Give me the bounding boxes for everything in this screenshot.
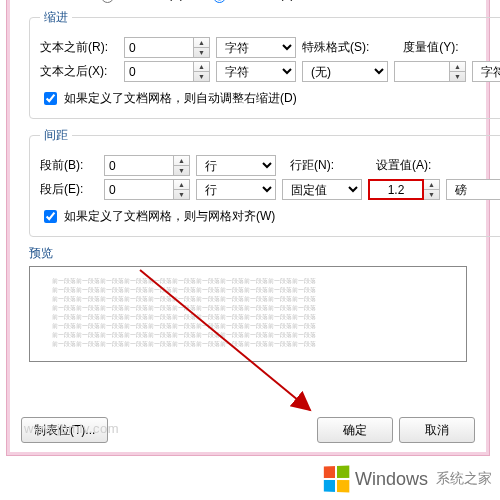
spinner-buttons[interactable]: ▲▼ [174,155,190,176]
indent-after-unit[interactable]: 字符 [216,61,296,82]
preview-line: 前一段落前一段落前一段落前一段落前一段落前一段落前一段落前一段落前一段落前一段落… [52,295,444,304]
spacing-after-input[interactable] [104,179,174,200]
preview-line: 前一段落前一段落前一段落前一段落前一段落前一段落前一段落前一段落前一段落前一段落… [52,322,444,331]
preview-line: 前一段落前一段落前一段落前一段落前一段落前一段落前一段落前一段落前一段落前一段落… [52,286,444,295]
preview-legend: 预览 [29,245,467,262]
direction-ltr-label: 从左向右(L) [232,0,295,3]
indent-legend: 缩进 [40,9,72,26]
preview-line: 前一段落前一段落前一段落前一段落前一段落前一段落前一段落前一段落前一段落前一段落… [52,340,444,349]
lineheight-label: 行距(N): [290,157,334,174]
measure-label: 度量值(Y): [403,39,458,56]
direction-ltr-option[interactable]: 从左向右(L) [208,0,295,3]
direction-rtl-label: 从右向左(F) [120,0,183,3]
indent-after-row: 文本之后(X): ▲▼ 字符 (无) ▲▼ 字符 [40,61,500,82]
radio-ltr[interactable] [213,0,226,3]
indent-before-input[interactable] [124,37,194,58]
special-format-select[interactable]: (无) [302,61,388,82]
spinner-buttons[interactable]: ▲▼ [194,37,210,58]
indent-before-label: 文本之前(R): [40,39,118,56]
direction-label: 方向: [29,0,56,3]
auto-indent-checkbox[interactable] [44,92,57,105]
indent-group: 缩进 文本之前(R): ▲▼ 字符 特殊格式(S): 度量值(Y): 文本之后(… [29,9,500,119]
spinner-buttons[interactable]: ▲▼ [194,61,210,82]
direction-row: 方向: 从右向左(F) 从左向右(L) [29,0,467,3]
spinner-buttons[interactable]: ▲▼ [174,179,190,200]
spinner-buttons[interactable]: ▲▼ [424,179,440,200]
measure-input[interactable] [394,61,450,82]
spacing-before-row: 段前(B): ▲▼ 行 行距(N): 设置值(A): [40,155,500,176]
spacing-after-row: 段后(E): ▲▼ 行 固定值 ▲▼ 磅 [40,179,500,200]
snap-grid-label: 如果定义了文档网格，则与网格对齐(W) [64,208,275,225]
snap-grid-checkbox[interactable] [44,210,57,223]
windows-logo: Windows 系统之家 [323,466,492,492]
indent-before-unit[interactable]: 字符 [216,37,296,58]
auto-indent-label: 如果定义了文档网格，则自动调整右缩进(D) [64,90,297,107]
radio-rtl[interactable] [101,0,114,3]
setvalue-unit[interactable]: 磅 [446,179,500,200]
preview-line: 前一段落前一段落前一段落前一段落前一段落前一段落前一段落前一段落前一段落前一段落… [52,313,444,322]
dialog-body: 方向: 从右向左(F) 从左向右(L) 缩进 文本之前(R): ▲▼ [19,0,477,405]
setvalue-input[interactable] [368,179,424,200]
measure-spinner[interactable]: ▲▼ [394,61,466,82]
spacing-after-spinner[interactable]: ▲▼ [104,179,190,200]
indent-after-spinner[interactable]: ▲▼ [124,61,210,82]
auto-indent-check[interactable]: 如果定义了文档网格，则自动调整右缩进(D) [40,89,297,108]
setvalue-spinner[interactable]: ▲▼ [368,179,440,200]
bottom-brand-strip: Windows 系统之家 [0,458,500,500]
windows-icon [324,465,349,492]
snap-grid-check[interactable]: 如果定义了文档网格，则与网格对齐(W) [40,207,275,226]
spacing-after-label: 段后(E): [40,181,98,198]
spacing-group: 间距 段前(B): ▲▼ 行 行距(N): 设置值(A): 段后(E): ▲▼ [29,127,500,237]
brand-sub: 系统之家 [436,470,492,488]
spacing-before-spinner[interactable]: ▲▼ [104,155,190,176]
spacing-legend: 间距 [40,127,72,144]
spacing-after-unit[interactable]: 行 [196,179,276,200]
direction-rtl-option[interactable]: 从右向左(F) [96,0,183,3]
spinner-buttons[interactable]: ▲▼ [450,61,466,82]
spacing-before-label: 段前(B): [40,157,98,174]
measure-unit[interactable]: 字符 [472,61,500,82]
indent-before-spinner[interactable]: ▲▼ [124,37,210,58]
special-format-label: 特殊格式(S): [302,39,369,56]
cancel-button[interactable]: 取消 [399,417,475,443]
indent-after-input[interactable] [124,61,194,82]
preview-box: 前一段落前一段落前一段落前一段落前一段落前一段落前一段落前一段落前一段落前一段落… [29,266,467,362]
indent-before-row: 文本之前(R): ▲▼ 字符 特殊格式(S): 度量值(Y): [40,37,500,58]
setvalue-label: 设置值(A): [376,157,431,174]
preview-line: 前一段落前一段落前一段落前一段落前一段落前一段落前一段落前一段落前一段落前一段落… [52,331,444,340]
watermark-text: www.jbmlv.com [24,421,119,436]
spacing-before-unit[interactable]: 行 [196,155,276,176]
lineheight-select[interactable]: 固定值 [282,179,362,200]
preview-line: 前一段落前一段落前一段落前一段落前一段落前一段落前一段落前一段落前一段落前一段落… [52,277,444,286]
brand-name: Windows [355,469,428,490]
dialog-window: 方向: 从右向左(F) 从左向右(L) 缩进 文本之前(R): ▲▼ [6,0,490,456]
spacing-before-input[interactable] [104,155,174,176]
indent-after-label: 文本之后(X): [40,63,118,80]
preview-line: 前一段落前一段落前一段落前一段落前一段落前一段落前一段落前一段落前一段落前一段落… [52,304,444,313]
ok-button[interactable]: 确定 [317,417,393,443]
